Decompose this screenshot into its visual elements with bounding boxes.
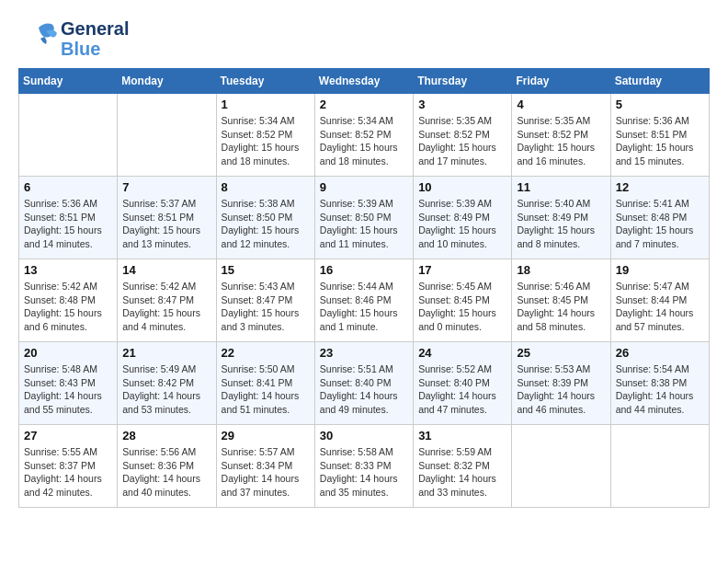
day-info: Sunrise: 5:41 AM Sunset: 8:48 PM Dayligh… (616, 197, 704, 251)
day-number: 16 (320, 263, 408, 277)
calendar-week-3: 13Sunrise: 5:42 AM Sunset: 8:48 PM Dayli… (19, 259, 710, 342)
calendar-cell: 16Sunrise: 5:44 AM Sunset: 8:46 PM Dayli… (314, 259, 413, 342)
day-info: Sunrise: 5:34 AM Sunset: 8:52 PM Dayligh… (320, 114, 408, 168)
day-info: Sunrise: 5:59 AM Sunset: 8:32 PM Dayligh… (418, 445, 506, 500)
day-number: 29 (222, 429, 310, 442)
day-info: Sunrise: 5:55 AM Sunset: 8:37 PM Dayligh… (24, 445, 112, 500)
page-header: General Blue (18, 18, 710, 59)
calendar-cell: 13Sunrise: 5:42 AM Sunset: 8:48 PM Dayli… (19, 259, 118, 342)
day-number: 4 (517, 98, 605, 111)
day-info: Sunrise: 5:42 AM Sunset: 8:47 PM Dayligh… (122, 280, 210, 334)
day-number: 19 (616, 263, 704, 277)
day-number: 8 (222, 180, 310, 194)
day-info: Sunrise: 5:42 AM Sunset: 8:48 PM Dayligh… (24, 280, 112, 334)
day-number: 17 (418, 263, 506, 277)
calendar-cell (19, 94, 118, 177)
calendar-cell (512, 425, 610, 508)
day-number: 25 (517, 346, 605, 360)
calendar-cell: 30Sunrise: 5:58 AM Sunset: 8:33 PM Dayli… (314, 425, 413, 508)
calendar-table: SundayMondayTuesdayWednesdayThursdayFrid… (18, 68, 710, 508)
weekday-header-friday: Friday (512, 69, 610, 94)
day-number: 27 (24, 429, 112, 442)
day-info: Sunrise: 5:43 AM Sunset: 8:47 PM Dayligh… (222, 280, 310, 334)
calendar-cell: 1Sunrise: 5:34 AM Sunset: 8:52 PM Daylig… (216, 94, 314, 177)
day-info: Sunrise: 5:50 AM Sunset: 8:41 PM Dayligh… (222, 362, 310, 417)
weekday-header-thursday: Thursday (414, 69, 512, 94)
day-info: Sunrise: 5:54 AM Sunset: 8:38 PM Dayligh… (616, 362, 704, 417)
day-number: 10 (418, 180, 506, 194)
calendar-cell: 25Sunrise: 5:53 AM Sunset: 8:39 PM Dayli… (512, 342, 610, 425)
day-info: Sunrise: 5:39 AM Sunset: 8:50 PM Dayligh… (320, 197, 408, 251)
calendar-cell (118, 94, 216, 177)
calendar-cell: 29Sunrise: 5:57 AM Sunset: 8:34 PM Dayli… (216, 425, 314, 508)
day-number: 2 (320, 98, 408, 111)
day-number: 7 (122, 180, 210, 194)
day-info: Sunrise: 5:53 AM Sunset: 8:39 PM Dayligh… (517, 362, 605, 417)
calendar-cell: 7Sunrise: 5:37 AM Sunset: 8:51 PM Daylig… (118, 177, 216, 259)
day-number: 13 (24, 263, 112, 277)
day-info: Sunrise: 5:48 AM Sunset: 8:43 PM Dayligh… (24, 362, 112, 417)
day-number: 5 (616, 98, 704, 111)
calendar-cell: 24Sunrise: 5:52 AM Sunset: 8:40 PM Dayli… (414, 342, 512, 425)
calendar-cell: 5Sunrise: 5:36 AM Sunset: 8:51 PM Daylig… (610, 94, 709, 177)
logo-general-label: General (61, 18, 129, 39)
calendar-cell: 18Sunrise: 5:46 AM Sunset: 8:45 PM Dayli… (512, 259, 610, 342)
logo-blue-label: Blue (61, 39, 129, 59)
calendar-cell (610, 425, 709, 508)
day-info: Sunrise: 5:35 AM Sunset: 8:52 PM Dayligh… (418, 114, 506, 168)
calendar-week-1: 1Sunrise: 5:34 AM Sunset: 8:52 PM Daylig… (19, 94, 710, 177)
logo-bird-shape-icon (18, 18, 59, 59)
calendar-cell: 12Sunrise: 5:41 AM Sunset: 8:48 PM Dayli… (610, 177, 709, 259)
calendar-cell: 19Sunrise: 5:47 AM Sunset: 8:44 PM Dayli… (610, 259, 709, 342)
calendar-cell: 3Sunrise: 5:35 AM Sunset: 8:52 PM Daylig… (414, 94, 512, 177)
weekday-header-wednesday: Wednesday (314, 69, 413, 94)
day-number: 20 (24, 346, 112, 360)
day-info: Sunrise: 5:37 AM Sunset: 8:51 PM Dayligh… (122, 197, 210, 251)
day-number: 28 (122, 429, 210, 442)
day-info: Sunrise: 5:57 AM Sunset: 8:34 PM Dayligh… (222, 445, 310, 500)
day-info: Sunrise: 5:39 AM Sunset: 8:49 PM Dayligh… (418, 197, 506, 251)
calendar-body: 1Sunrise: 5:34 AM Sunset: 8:52 PM Daylig… (19, 94, 710, 508)
calendar-cell: 28Sunrise: 5:56 AM Sunset: 8:36 PM Dayli… (118, 425, 216, 508)
calendar-week-4: 20Sunrise: 5:48 AM Sunset: 8:43 PM Dayli… (19, 342, 710, 425)
day-number: 24 (418, 346, 506, 360)
calendar-cell: 31Sunrise: 5:59 AM Sunset: 8:32 PM Dayli… (414, 425, 512, 508)
day-info: Sunrise: 5:36 AM Sunset: 8:51 PM Dayligh… (24, 197, 112, 251)
day-number: 31 (418, 429, 506, 442)
day-number: 1 (222, 98, 310, 111)
calendar-cell: 20Sunrise: 5:48 AM Sunset: 8:43 PM Dayli… (19, 342, 118, 425)
calendar-cell: 27Sunrise: 5:55 AM Sunset: 8:37 PM Dayli… (19, 425, 118, 508)
day-info: Sunrise: 5:51 AM Sunset: 8:40 PM Dayligh… (320, 362, 408, 417)
calendar-week-2: 6Sunrise: 5:36 AM Sunset: 8:51 PM Daylig… (19, 177, 710, 259)
calendar-cell: 8Sunrise: 5:38 AM Sunset: 8:50 PM Daylig… (216, 177, 314, 259)
day-number: 26 (616, 346, 704, 360)
calendar-cell: 23Sunrise: 5:51 AM Sunset: 8:40 PM Dayli… (314, 342, 413, 425)
day-number: 22 (222, 346, 310, 360)
weekday-header-row: SundayMondayTuesdayWednesdayThursdayFrid… (19, 69, 710, 94)
day-number: 30 (320, 429, 408, 442)
day-info: Sunrise: 5:56 AM Sunset: 8:36 PM Dayligh… (122, 445, 210, 500)
day-number: 14 (122, 263, 210, 277)
day-info: Sunrise: 5:58 AM Sunset: 8:33 PM Dayligh… (320, 445, 408, 500)
calendar-cell: 6Sunrise: 5:36 AM Sunset: 8:51 PM Daylig… (19, 177, 118, 259)
calendar-cell: 14Sunrise: 5:42 AM Sunset: 8:47 PM Dayli… (118, 259, 216, 342)
day-info: Sunrise: 5:40 AM Sunset: 8:49 PM Dayligh… (517, 197, 605, 251)
calendar-cell: 2Sunrise: 5:34 AM Sunset: 8:52 PM Daylig… (314, 94, 413, 177)
day-info: Sunrise: 5:52 AM Sunset: 8:40 PM Dayligh… (418, 362, 506, 417)
day-info: Sunrise: 5:46 AM Sunset: 8:45 PM Dayligh… (517, 280, 605, 334)
day-number: 3 (418, 98, 506, 111)
day-info: Sunrise: 5:35 AM Sunset: 8:52 PM Dayligh… (517, 114, 605, 168)
calendar-cell: 9Sunrise: 5:39 AM Sunset: 8:50 PM Daylig… (314, 177, 413, 259)
day-info: Sunrise: 5:38 AM Sunset: 8:50 PM Dayligh… (222, 197, 310, 251)
weekday-header-tuesday: Tuesday (216, 69, 314, 94)
calendar-cell: 21Sunrise: 5:49 AM Sunset: 8:42 PM Dayli… (118, 342, 216, 425)
day-info: Sunrise: 5:34 AM Sunset: 8:52 PM Dayligh… (222, 114, 310, 168)
weekday-header-sunday: Sunday (19, 69, 118, 94)
day-number: 11 (517, 180, 605, 194)
day-number: 15 (222, 263, 310, 277)
weekday-header-saturday: Saturday (610, 69, 709, 94)
calendar-cell: 10Sunrise: 5:39 AM Sunset: 8:49 PM Dayli… (414, 177, 512, 259)
day-number: 9 (320, 180, 408, 194)
day-number: 12 (616, 180, 704, 194)
day-number: 23 (320, 346, 408, 360)
